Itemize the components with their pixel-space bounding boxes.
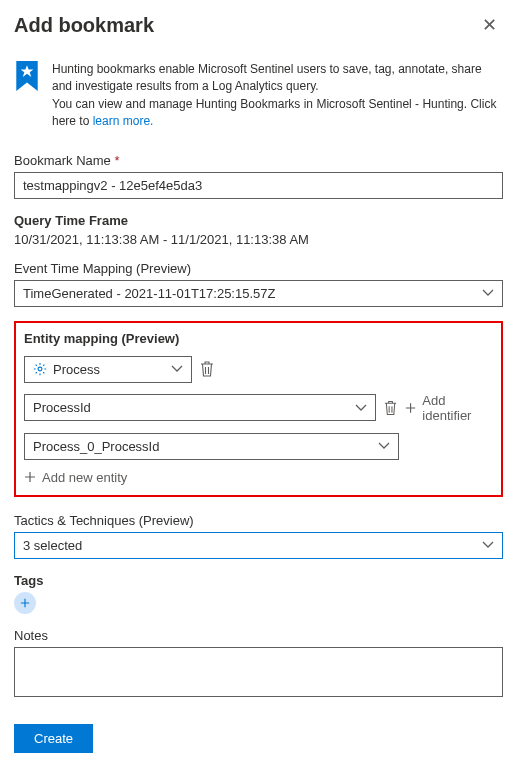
entity-type-value: Process [53,362,100,377]
identifier-value: ProcessId [33,400,91,415]
page-title: Add bookmark [14,14,154,37]
intro-text: Hunting bookmarks enable Microsoft Senti… [52,61,503,131]
gear-icon [33,362,47,376]
identifier-select[interactable]: ProcessId [24,394,376,421]
bookmark-name-input[interactable] [14,172,503,199]
add-identifier-button[interactable]: Add identifier [405,393,493,423]
chevron-down-icon [355,402,367,414]
notes-input[interactable] [14,647,503,697]
event-time-value: TimeGenerated - 2021-11-01T17:25:15.57Z [23,286,275,301]
entity-type-select[interactable]: Process [24,356,192,383]
notes-label: Notes [14,628,503,643]
learn-more-link[interactable]: learn more. [93,114,154,128]
plus-icon [405,402,416,414]
bookmark-name-label: Bookmark Name [14,153,503,168]
close-icon[interactable]: ✕ [476,14,503,36]
entity-mapping-label: Entity mapping (Preview) [24,331,493,346]
tags-label: Tags [14,573,503,588]
delete-identifier-icon[interactable] [384,400,397,416]
event-time-select[interactable]: TimeGenerated - 2021-11-01T17:25:15.57Z [14,280,503,307]
add-entity-button[interactable]: Add new entity [24,470,493,485]
tactics-label: Tactics & Techniques (Preview) [14,513,503,528]
plus-icon [20,598,30,608]
tactics-value: 3 selected [23,538,82,553]
tactics-select[interactable]: 3 selected [14,532,503,559]
chevron-down-icon [378,440,390,452]
bookmark-icon [14,61,40,91]
chevron-down-icon [482,287,494,299]
query-time-value: 10/31/2021, 11:13:38 AM - 11/1/2021, 11:… [14,232,309,247]
chevron-down-icon [171,363,183,375]
intro-line1: Hunting bookmarks enable Microsoft Senti… [52,62,482,93]
add-identifier-label: Add identifier [422,393,493,423]
add-entity-label: Add new entity [42,470,127,485]
delete-entity-icon[interactable] [200,361,214,377]
value-field-value: Process_0_ProcessId [33,439,159,454]
svg-point-1 [38,367,42,371]
plus-icon [24,471,36,483]
add-tag-button[interactable] [14,592,36,614]
query-time-label: Query Time Frame [14,213,503,228]
create-button[interactable]: Create [14,724,93,753]
chevron-down-icon [482,539,494,551]
event-time-label: Event Time Mapping (Preview) [14,261,503,276]
value-field-select[interactable]: Process_0_ProcessId [24,433,399,460]
